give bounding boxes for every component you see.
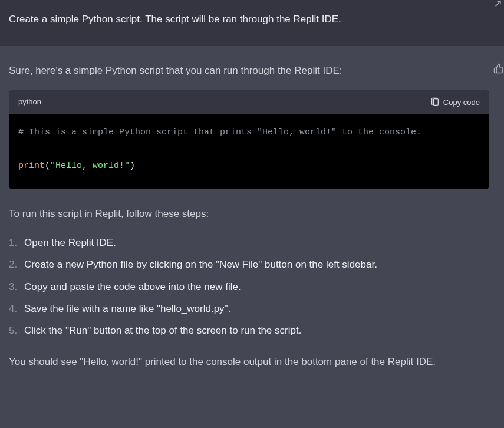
code-paren-open: ( (45, 161, 50, 171)
assistant-outro: You should see "Hello, world!" printed t… (9, 354, 495, 371)
list-item: Open the Replit IDE. (9, 235, 495, 251)
steps-intro: To run this script in Replit, follow the… (9, 206, 495, 222)
code-func: print (18, 161, 45, 171)
list-item: Click the "Run" button at the top of the… (9, 322, 495, 338)
code-language-label: python (18, 96, 41, 108)
list-item: Copy and paste the code above into the n… (9, 279, 495, 295)
code-header: python Copy code (9, 90, 489, 114)
svg-line-0 (496, 1, 500, 6)
user-message: Create a simple Python script. The scrip… (0, 0, 504, 46)
code-content: # This is a simple Python script that pr… (9, 114, 489, 189)
list-item: Save the file with a name like "hello_wo… (9, 301, 495, 317)
copy-code-label: Copy code (443, 98, 480, 107)
code-paren-close: ) (130, 161, 135, 171)
code-comment: # This is a simple Python script that pr… (18, 127, 421, 137)
code-string: "Hello, world!" (50, 161, 130, 171)
assistant-intro: Sure, here's a simple Python script that… (9, 62, 495, 78)
list-item: Create a new Python file by clicking on … (9, 256, 495, 272)
assistant-message: Sure, here's a simple Python script that… (0, 46, 504, 383)
steps-list: Open the Replit IDE. Create a new Python… (9, 235, 495, 338)
clipboard-icon (430, 97, 440, 107)
svg-rect-1 (433, 99, 438, 106)
code-block: python Copy code # This is a simple Pyth… (9, 90, 489, 189)
copy-code-button[interactable]: Copy code (430, 97, 480, 107)
share-icon[interactable] (491, 0, 502, 11)
user-prompt-text: Create a simple Python script. The scrip… (9, 14, 341, 25)
thumbs-up-icon[interactable] (493, 62, 504, 73)
